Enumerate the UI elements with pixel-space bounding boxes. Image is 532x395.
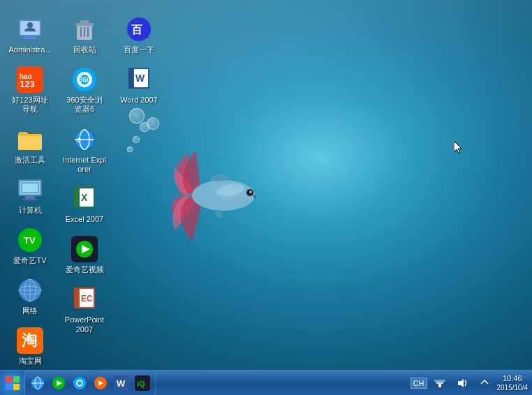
iqiyi-video-label: 爱奇艺视频 <box>66 265 104 274</box>
mouse-cursor <box>454 141 457 144</box>
recycle-label: 回收站 <box>73 45 96 54</box>
hao123-icon: hao 123 <box>16 66 44 94</box>
icon-hao123[interactable]: hao 123 好123网址导航 <box>6 63 54 117</box>
network-label: 网络 <box>22 306 38 315</box>
svg-rect-59 <box>13 376 20 382</box>
ie-label: Internet Explorer <box>63 156 106 174</box>
360-label: 360安全浏览器6 <box>63 96 106 114</box>
system-clock[interactable]: 10:46 2015/10/4 <box>497 373 529 392</box>
ppt-label: PowerPoint 2007 <box>63 315 106 334</box>
ppt-icon: EC <box>71 285 98 313</box>
taskbar-tray: CH <box>406 373 532 393</box>
desktop: Administra... hao 123 好123网址导航 激活工具 <box>0 0 532 395</box>
icon-iqiyi-video[interactable]: 爱奇艺视频 <box>60 232 109 277</box>
taskbar-iqiyi-icon[interactable] <box>49 373 68 393</box>
icon-iqiyi-tv[interactable]: TV 爱奇艺TV <box>6 223 54 268</box>
svg-rect-30 <box>80 20 89 23</box>
svg-rect-16 <box>22 199 38 200</box>
desktop-icons-container: Administra... hao 123 好123网址导航 激活工具 <box>0 7 115 387</box>
svg-text:EC: EC <box>81 294 93 304</box>
icon-excel[interactable]: X Excel 2007 <box>60 182 109 227</box>
svg-text:W: W <box>117 378 126 389</box>
computer-icon <box>16 176 44 204</box>
icon-network[interactable]: 网络 <box>6 274 54 318</box>
svg-rect-76 <box>434 380 445 382</box>
taobao-label: 淘宝网 <box>19 357 42 366</box>
clock-time: 10:46 <box>497 373 529 383</box>
computer-label: 计算机 <box>19 206 42 215</box>
svg-text:TV: TV <box>24 235 36 246</box>
taskbar: W iQ CH <box>0 370 532 395</box>
taskbar-volume-icon[interactable] <box>452 373 472 393</box>
svg-rect-60 <box>6 384 12 390</box>
svg-text:W: W <box>135 73 145 84</box>
svg-rect-58 <box>6 376 12 382</box>
icon-recycle[interactable]: 回收站 <box>60 13 109 57</box>
hao123-label: 好123网址导航 <box>8 96 52 114</box>
taskbar-network-icon[interactable] <box>430 373 450 393</box>
excel-label: Excel 2007 <box>66 215 103 224</box>
svg-text:e: e <box>77 135 81 144</box>
icon-activationtool[interactable]: 激活工具 <box>6 123 54 167</box>
iqiyi-tv-label: 爱奇艺TV <box>13 256 46 265</box>
svg-text:淘: 淘 <box>22 331 37 349</box>
clock-date: 2015/10/4 <box>497 383 529 392</box>
360-icon: 360 <box>71 66 98 94</box>
svg-rect-8 <box>22 39 38 40</box>
svg-text:X: X <box>81 192 88 203</box>
icon-word[interactable]: W Word 2007 <box>114 63 163 107</box>
icon-baidu[interactable]: 百 百度一下 <box>114 13 163 57</box>
icon-ie[interactable]: e Internet Explorer <box>60 123 109 177</box>
taskbar-show-desktop-icon[interactable] <box>475 373 494 393</box>
activationtool-label: 激活工具 <box>15 156 45 165</box>
svg-point-3 <box>249 191 252 193</box>
taskbar-iqiyi2-icon[interactable]: iQ <box>133 373 152 393</box>
baidu-icon: 百 <box>125 15 153 43</box>
fish-decoration <box>161 140 272 251</box>
administrator-icon <box>16 15 44 43</box>
svg-point-9 <box>27 22 33 28</box>
iqiyi-tv-icon: TV <box>16 226 44 254</box>
start-button[interactable] <box>0 371 25 396</box>
svg-rect-29 <box>75 23 94 26</box>
svg-text:iQ: iQ <box>137 380 145 388</box>
icon-ppt[interactable]: EC PowerPoint 2007 <box>60 283 109 336</box>
svg-rect-61 <box>13 384 20 390</box>
baidu-label: 百度一下 <box>124 45 154 54</box>
svg-text:360: 360 <box>79 76 91 84</box>
svg-point-68 <box>77 381 82 385</box>
ie-icon: e <box>71 126 98 154</box>
icon-taobao[interactable]: 淘 淘宝网 <box>6 324 54 368</box>
bubble-3 <box>133 136 140 143</box>
svg-rect-75 <box>436 382 443 384</box>
taskbar-ie-icon[interactable] <box>28 373 47 393</box>
bubble-5 <box>147 117 159 130</box>
network-icon <box>16 276 44 304</box>
svg-text:123: 123 <box>20 79 35 89</box>
taskbar-360-icon[interactable] <box>70 373 89 393</box>
word-label: Word 2007 <box>120 96 158 105</box>
bubble-4 <box>127 147 133 152</box>
quicklaunch-bar: W iQ <box>25 371 156 395</box>
iqiyi-video-icon <box>71 235 98 263</box>
activationtool-icon <box>16 126 44 154</box>
excel-icon: X <box>71 185 98 213</box>
taskbar-word-icon[interactable]: W <box>112 373 131 393</box>
svg-text:百: 百 <box>131 24 143 36</box>
icon-administrator[interactable]: Administra... <box>6 13 54 57</box>
taskbar-media-icon[interactable] <box>91 373 110 393</box>
svg-rect-18 <box>22 184 38 192</box>
icon-360[interactable]: 360 360安全浏览器6 <box>60 63 109 117</box>
icon-computer[interactable]: 计算机 <box>6 173 54 218</box>
taobao-icon: 淘 <box>16 327 44 355</box>
word-icon: W <box>125 66 153 94</box>
bubble-1 <box>129 108 145 124</box>
svg-rect-7 <box>24 36 36 39</box>
language-indicator[interactable]: CH <box>411 378 427 389</box>
svg-rect-15 <box>25 196 35 199</box>
recycle-icon <box>71 15 98 43</box>
administrator-label: Administra... <box>8 45 51 54</box>
svg-rect-74 <box>438 384 441 387</box>
